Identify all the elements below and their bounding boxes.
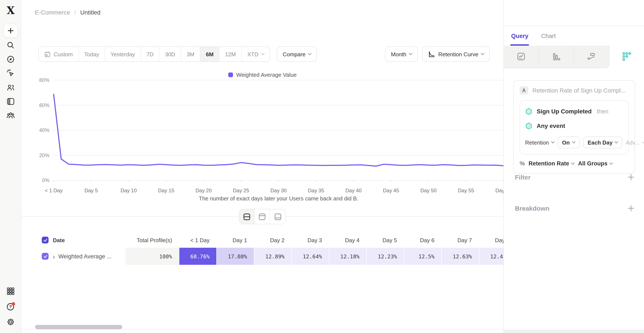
boards-icon[interactable] — [6, 96, 16, 107]
column-header-day-5[interactable]: Day 5 — [366, 232, 404, 248]
retention-cell[interactable]: 12.64% — [291, 248, 329, 265]
range-12m[interactable]: 12M — [220, 47, 242, 61]
first-event-row[interactable]: Sign Up Completed then — [525, 106, 623, 117]
range-6m[interactable]: 6M — [200, 47, 220, 61]
split-view-toggle[interactable] — [239, 209, 255, 224]
retention-cell[interactable]: 17.08% — [216, 248, 254, 265]
search-icon[interactable] — [6, 40, 16, 50]
settings-gear-icon[interactable] — [6, 317, 16, 327]
range-30d[interactable]: 30D — [160, 47, 181, 61]
column-header-lt-1-day[interactable]: < 1 Day — [179, 232, 216, 248]
select-all-checkbox[interactable] — [42, 237, 48, 243]
retention-icon — [622, 52, 632, 62]
column-header-day-6[interactable]: Day 6 — [404, 232, 441, 248]
report-tab-insights[interactable] — [504, 46, 539, 68]
tab-query[interactable]: Query — [511, 26, 528, 46]
y-axis-label: 60% — [39, 102, 50, 108]
column-header-day-1[interactable]: Day 1 — [216, 232, 254, 248]
range-custom[interactable]: Custom — [39, 47, 79, 61]
retention-line-chart[interactable]: 0%20%40%60%80%< 1 DayDay 5Day 10Day 15Da… — [21, 68, 504, 209]
filter-label: Filter — [515, 173, 530, 181]
report-tab-flows[interactable] — [574, 46, 609, 68]
x-axis-label: Day 15 — [158, 188, 174, 193]
advanced-dropdown[interactable]: Adv... — [626, 139, 644, 146]
on-dropdown[interactable]: On — [557, 136, 580, 148]
retention-cell[interactable]: 68.76% — [179, 248, 216, 265]
breadcrumb-page[interactable]: Untitled — [80, 9, 100, 16]
panel-bottom-scrollbar[interactable] — [504, 330, 644, 333]
retention-cell[interactable]: 12.23% — [366, 248, 404, 265]
table-data-row[interactable]: › Weighted Average ... 100% 68.76%17.08%… — [21, 248, 504, 265]
range-3m[interactable]: 3M — [181, 47, 200, 61]
retention-type-dropdown[interactable]: Retention — [525, 139, 554, 146]
tab-chart[interactable]: Chart — [541, 26, 556, 46]
report-type-tabs — [504, 46, 644, 68]
cohorts-icon[interactable] — [6, 110, 16, 121]
flows-icon — [587, 52, 596, 61]
calendar-icon — [44, 51, 51, 57]
x-axis-label: Day 55 — [458, 188, 474, 193]
table-only-view-toggle[interactable] — [270, 209, 285, 224]
measure-dropdown[interactable]: Retention Rate — [528, 160, 574, 167]
column-header-day-8[interactable]: Day 8 — [479, 232, 504, 248]
each-day-dropdown[interactable]: Each Day — [583, 136, 622, 148]
retention-cell[interactable]: 12.42% — [479, 248, 504, 265]
chart-caption: The number of exact days later your User… — [199, 195, 358, 202]
report-tab-retention[interactable] — [609, 46, 644, 68]
help-icon[interactable]: ? — [6, 301, 16, 312]
notification-dot — [12, 302, 15, 306]
x-axis-label: Day 50 — [420, 188, 436, 193]
query-panel: Query Chart A Retention Rate of Sign Up … — [504, 0, 644, 333]
svg-text:?: ? — [9, 304, 12, 309]
breadcrumb-separator: / — [74, 9, 76, 16]
create-button[interactable] — [4, 24, 18, 38]
retention-cell[interactable]: 12.63% — [441, 248, 479, 265]
range-yesterday[interactable]: Yesterday — [105, 47, 141, 61]
range-7d[interactable]: 7D — [141, 47, 160, 61]
column-header-day-2[interactable]: Day 2 — [254, 232, 291, 248]
events-cursor-icon[interactable] — [6, 68, 16, 79]
retention-cell[interactable]: 12.89% — [254, 248, 291, 265]
mixpanel-logo[interactable]: X — [5, 5, 16, 16]
return-event-row[interactable]: Any event — [525, 120, 623, 131]
query-title[interactable]: Retention Rate of Sign Up Compl... — [532, 87, 626, 94]
apps-grid-icon[interactable] — [6, 286, 16, 296]
users-icon[interactable] — [6, 82, 16, 93]
filter-section: Filter — [515, 171, 635, 183]
expand-row-icon[interactable]: › — [53, 253, 55, 259]
range-xtd[interactable]: XTD — [242, 47, 270, 61]
table-header-row: Date Total Profile(s) < 1 DayDay 1Day 2D… — [21, 232, 504, 248]
y-axis-label: 20% — [39, 152, 50, 158]
column-header-day-4[interactable]: Day 4 — [329, 232, 366, 248]
column-header-day-3[interactable]: Day 3 — [291, 232, 329, 248]
add-filter-button[interactable] — [628, 173, 635, 181]
chart-type-button[interactable]: Retention Curve — [422, 47, 490, 62]
retention-cell[interactable]: 12.5% — [404, 248, 441, 265]
breadcrumb-project[interactable]: E-Commerce — [35, 9, 70, 16]
granularity-button[interactable]: Month — [385, 47, 418, 62]
step-badge: A — [520, 86, 528, 95]
compare-button[interactable]: Compare — [277, 47, 317, 62]
chevron-down-icon — [261, 52, 264, 55]
chart-only-view-toggle[interactable] — [255, 209, 270, 224]
column-header-day-7[interactable]: Day 7 — [441, 232, 479, 248]
report-tab-funnels[interactable] — [539, 46, 574, 68]
x-axis-label: < 1 Day — [45, 188, 62, 193]
explore-compass-icon[interactable] — [6, 54, 16, 64]
breadcrumb: E-Commerce / Untitled — [35, 9, 100, 16]
event-hexagon-icon — [525, 122, 532, 129]
range-today[interactable]: Today — [79, 47, 105, 61]
funnels-icon — [552, 52, 561, 61]
groups-dropdown[interactable]: All Groups — [578, 160, 613, 167]
insights-icon — [517, 52, 526, 61]
event-steps-card: Sign Up Completed then Any event Retenti… — [520, 100, 629, 154]
retention-cell[interactable]: 12.18% — [329, 248, 366, 265]
column-header-date[interactable]: Date — [53, 237, 65, 243]
add-breakdown-button[interactable] — [628, 204, 635, 212]
x-axis-label: Day 40 — [346, 188, 362, 193]
x-axis-label: Day 5 — [84, 188, 98, 193]
column-header-total[interactable]: Total Profile(s) — [137, 237, 172, 243]
horizontal-scrollbar-thumb[interactable] — [35, 325, 122, 329]
chevron-down-icon — [481, 52, 484, 55]
row-checkbox[interactable] — [42, 253, 48, 260]
